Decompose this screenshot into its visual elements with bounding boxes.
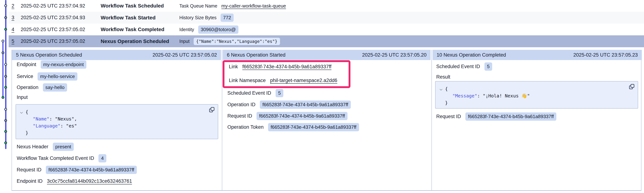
json-close-brace: } [16, 130, 218, 136]
event-detail-label: Task Queue Name [179, 3, 217, 8]
panel-header-completed: 10 Nexus Operation Completed 2025-02-25 … [432, 50, 642, 60]
link-value-link[interactable]: f665283f-743e-4374-b45b-9a61a89337ff [242, 64, 332, 70]
json-open-brace: { [16, 109, 218, 116]
panel-body-completed: Scheduled Event ID 5 Result { "Message":… [432, 60, 642, 190]
event-timestamp: 2025-02-25 UTC 23:57:04.93 [21, 15, 101, 20]
timeline-dot [4, 28, 7, 31]
history-size-badge: 772 [220, 13, 234, 22]
field-label: Request ID [228, 113, 252, 119]
event-id-link[interactable]: 4 [12, 27, 21, 32]
timeline-dot [4, 142, 7, 144]
field-label: Scheduled Event ID [436, 64, 480, 69]
panel-body-scheduled: Endpoint my-nexus-endpoint Service my-he… [12, 60, 222, 190]
json-entry: "Name": "Nexus", [16, 116, 218, 123]
json-entry: "Language": "es" [16, 123, 218, 130]
timeline-dot [2, 51, 4, 54]
event-id-link[interactable]: 5 [12, 38, 21, 44]
identity-badge: 30960@totoro@ [198, 25, 238, 34]
timeline-dot [4, 63, 7, 66]
task-queue-link[interactable]: my-caller-workflow-task-queue [221, 3, 286, 9]
panel-body-started: Link f665283f-743e-4374-b45b-9a61a89337f… [222, 60, 432, 190]
json-open-brace: { [436, 85, 638, 92]
event-timestamp: 2025-02-25 UTC 23:57:05.02 [21, 27, 101, 32]
panel-timestamp: 2025-02-25 UTC 23:57:05.23 [574, 52, 638, 58]
event-detail-label: History Size Bytes [179, 15, 216, 20]
event-row-2[interactable]: 2 2025-02-25 UTC 23:57:04.92 Workflow Ta… [8, 0, 644, 12]
field-label: Nexus Header [17, 144, 48, 150]
panel-title: 6 Nexus Operation Started [227, 52, 286, 58]
scheduled-event-id-badge: 5 [484, 62, 492, 71]
endpoint-id-link[interactable]: 3c0c75ccfa8144b092c13ce632463761 [47, 178, 132, 184]
event-name: Nexus Operation Scheduled [101, 38, 179, 44]
request-id-badge: f665283f-743e-4374-b45b-9a61a89337ff [256, 112, 348, 120]
panel-title: 5 Nexus Operation Scheduled [16, 52, 82, 58]
input-badge: {"Name":"Nexus","Language":"es"} [194, 38, 280, 45]
timeline-dot [4, 130, 7, 133]
event-timestamp: 2025-02-25 UTC 23:57:05.02 [21, 38, 101, 44]
field-label: Operation Token [228, 124, 264, 130]
field-label: Scheduled Event ID [228, 90, 271, 96]
event-timestamp: 2025-02-25 UTC 23:57:04.92 [21, 3, 101, 9]
annotation-highlight-box: Link f665283f-743e-4374-b45b-9a61a89337f… [222, 60, 350, 88]
event-name: Workflow Task Completed [101, 26, 179, 32]
field-label: Service [17, 74, 33, 79]
event-name: Workflow Task Scheduled [101, 3, 179, 9]
field-label: Request ID [436, 114, 461, 119]
timeline-main-line [5, 0, 6, 149]
panel-timestamp: 2025-02-25 UTC 23:57:05.20 [362, 52, 426, 58]
timeline-dot [4, 75, 7, 78]
timeline-dot [4, 108, 7, 111]
scheduled-event-id-badge: 5 [276, 89, 283, 97]
json-close-brace: } [436, 99, 638, 106]
timeline-dot [2, 40, 4, 42]
field-label: Request ID [17, 167, 42, 173]
field-label: Endpoint [17, 62, 36, 67]
request-id-badge: f665283f-743e-4374-b45b-9a61a89337ff [46, 166, 137, 174]
panel-timestamp: 2025-02-25 UTC 23:57:05.02 [152, 52, 217, 58]
wft-completed-event-id-badge: 4 [98, 154, 106, 163]
result-json-viewer: { "Message": "¡Hola! Nexus 👋" } [435, 81, 638, 109]
panel-title: 10 Nexus Operation Completed [436, 52, 506, 58]
field-label: Link Namespace [229, 78, 266, 83]
timeline-dot [4, 16, 7, 19]
timeline-dot [4, 86, 7, 89]
field-label: Operation [17, 85, 38, 90]
field-label: Endpoint ID [17, 178, 42, 184]
event-detail-panels: 5 Nexus Operation Scheduled 2025-02-25 U… [12, 50, 642, 191]
event-detail-label: Identity [179, 27, 194, 32]
field-label: Link [229, 64, 238, 70]
result-section-label: Result [436, 74, 450, 80]
operation-badge: say-hello [43, 83, 67, 92]
event-name: Workflow Task Started [101, 15, 179, 21]
timeline-dot [2, 96, 4, 99]
input-section-label: Input [17, 94, 28, 100]
operation-token-badge: f665283f-743e-4374-b45b-9a61a89337ff [268, 123, 359, 131]
link-namespace-link[interactable]: phil-target-namespace2.a2dd6 [270, 78, 337, 83]
field-label: Operation ID [228, 102, 256, 108]
timeline-branch-line [2, 41, 4, 97]
event-row-3[interactable]: 3 2025-02-25 UTC 23:57:04.93 Workflow Ta… [8, 12, 644, 24]
timeline-dot [4, 119, 7, 122]
input-json-viewer: { "Name": "Nexus", "Language": "es" } [16, 104, 218, 139]
event-id-link[interactable]: 3 [12, 15, 21, 20]
event-id-link[interactable]: 2 [12, 3, 21, 9]
event-row-4[interactable]: 4 2025-02-25 UTC 23:57:05.02 Workflow Ta… [8, 24, 644, 35]
event-detail-label: Input [179, 39, 190, 44]
event-row-5-selected[interactable]: 5 2025-02-25 UTC 23:57:05.02 Nexus Opera… [8, 35, 644, 47]
operation-id-badge: f665283f-743e-4374-b45b-9a61a89337ff [260, 101, 351, 109]
endpoint-badge: my-nexus-endpoint [41, 60, 86, 69]
service-badge: my-hello-service [38, 72, 78, 81]
field-label: Workflow Task Completed Event ID [17, 156, 94, 161]
request-id-badge: f665283f-743e-4374-b45b-9a61a89337ff [466, 112, 556, 121]
nexus-header-badge: present [53, 143, 74, 151]
timeline-dot [4, 4, 7, 7]
panel-header-started: 6 Nexus Operation Started 2025-02-25 UTC… [223, 50, 430, 60]
json-entry: "Message": "¡Hola! Nexus 👋" [436, 92, 638, 99]
panel-header-scheduled: 5 Nexus Operation Scheduled 2025-02-25 U… [12, 50, 221, 60]
workflow-history-page: 2 2025-02-25 UTC 23:57:04.92 Workflow Ta… [0, 0, 644, 193]
